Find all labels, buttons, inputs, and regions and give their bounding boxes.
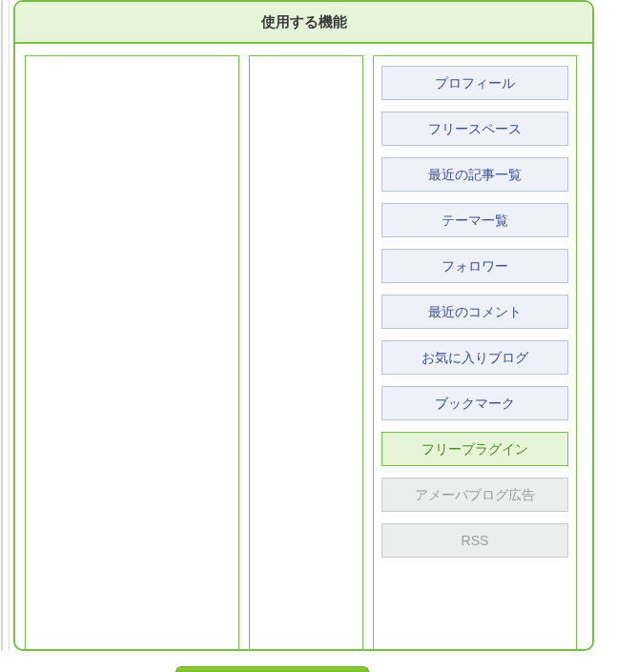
left-panel-edge <box>1 0 3 651</box>
module-theme-list[interactable]: テーマ一覧 <box>381 203 568 237</box>
layout-drop-zone-2[interactable] <box>249 55 363 649</box>
module-followers[interactable]: フォロワー <box>381 249 568 283</box>
module-profile[interactable]: プロフィール <box>381 66 568 100</box>
module-freespace[interactable]: フリースペース <box>381 112 568 146</box>
panel-title: 使用する機能 <box>15 2 592 44</box>
layout-drop-zone-1[interactable] <box>25 55 239 649</box>
save-button[interactable] <box>175 666 369 672</box>
module-palette[interactable]: プロフィール フリースペース 最近の記事一覧 テーマ一覧 フォロワー 最近のコメ… <box>373 55 577 649</box>
module-bookmarks[interactable]: ブックマーク <box>381 386 568 420</box>
module-recent-articles[interactable]: 最近の記事一覧 <box>381 157 568 192</box>
left-panel-seam <box>9 0 10 651</box>
module-ameba-ads: アメーバブログ広告 <box>381 478 568 512</box>
module-free-plugin[interactable]: フリープラグイン <box>381 432 568 466</box>
module-recent-comments[interactable]: 最近のコメント <box>381 295 568 329</box>
panel-body: プロフィール フリースペース 最近の記事一覧 テーマ一覧 フォロワー 最近のコメ… <box>15 44 592 649</box>
features-panel: 使用する機能 プロフィール フリースペース 最近の記事一覧 テーマ一覧 フォロワ… <box>13 0 594 651</box>
module-rss: RSS <box>381 523 568 558</box>
module-favorite-blogs[interactable]: お気に入りブログ <box>381 340 568 375</box>
